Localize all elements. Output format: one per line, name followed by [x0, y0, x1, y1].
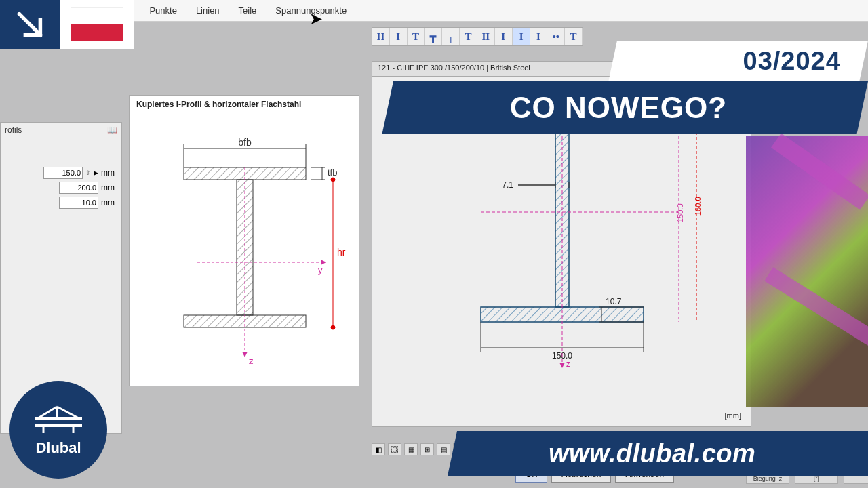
section-drawing-schematic: Kupiertes I-Profil & horizontaler Flachs…	[129, 95, 359, 386]
svg-text:hr: hr	[337, 247, 346, 258]
unit-label: mm	[101, 183, 117, 192]
date-banner: 03/2024	[608, 41, 868, 81]
spinner-icon[interactable]: ⇕	[85, 169, 91, 176]
brand-name: Dlubal	[35, 439, 81, 457]
svg-rect-2	[237, 180, 253, 315]
svg-text:y: y	[318, 265, 323, 275]
toolbar-icon[interactable]: ⊞	[420, 443, 434, 455]
svg-text:7.1: 7.1	[502, 180, 513, 190]
unit-label: mm	[101, 168, 117, 178]
section-tool[interactable]: I	[390, 28, 408, 45]
svg-rect-25	[481, 307, 644, 322]
section-tool[interactable]: ••	[547, 28, 565, 45]
url-text: www.dlubal.com	[549, 439, 755, 468]
section-tool[interactable]: I	[495, 28, 513, 45]
section-tool[interactable]: II	[372, 28, 390, 45]
arrow-icon[interactable]: ▶	[94, 169, 98, 176]
section-tool-selected[interactable]: I	[513, 28, 530, 45]
svg-text:150.0: 150.0	[676, 203, 684, 222]
section-shape-toolbar: II I T ┳ ┬ T II I I I •• T	[372, 27, 583, 46]
section-tool[interactable]: T	[565, 28, 583, 45]
section-tool[interactable]: T	[460, 28, 477, 45]
flag-box	[60, 0, 134, 49]
svg-text:z: z	[249, 356, 254, 366]
svg-marker-17	[321, 260, 326, 265]
headline-banner: CO NOWEGO?	[382, 81, 868, 134]
svg-text:z: z	[566, 359, 570, 369]
menu-item[interactable]: Linien	[196, 5, 220, 16]
section-tool[interactable]: ┳	[425, 28, 442, 45]
section-svg: bfb tfb hr y z	[130, 113, 360, 384]
panel-header: rofils	[5, 125, 22, 135]
svg-text:10.7: 10.7	[606, 297, 622, 306]
drawing-caption: Kupiertes I-Profil & horizontaler Flachs…	[130, 96, 359, 113]
library-icon[interactable]: 📖	[107, 125, 117, 135]
unit-label: mm	[101, 198, 117, 207]
toolbar-icon[interactable]: ▦	[404, 443, 418, 455]
svg-marker-20	[242, 352, 248, 357]
section-tool[interactable]: ┬	[442, 28, 460, 45]
svg-point-13	[331, 178, 335, 182]
svg-line-54	[57, 407, 79, 418]
svg-line-53	[38, 407, 57, 418]
svg-rect-52	[35, 424, 82, 427]
param-input[interactable]	[43, 167, 83, 179]
headline-text: CO NOWEGO?	[509, 91, 726, 125]
url-banner: www.dlubal.com	[448, 431, 868, 476]
toolbar-icon[interactable]: ◧	[372, 443, 385, 455]
arrow-down-right-icon	[15, 9, 45, 39]
brand-badge: Dlubal	[9, 381, 107, 479]
cursor-icon: ➤	[309, 9, 323, 28]
svg-text:160.0: 160.0	[694, 197, 702, 216]
arrow-box	[0, 0, 60, 49]
svg-point-14	[331, 325, 335, 329]
param-input[interactable]	[59, 182, 98, 194]
date-text: 03/2024	[743, 47, 840, 76]
section-tool[interactable]: II	[477, 28, 495, 45]
svg-text:tfb: tfb	[328, 167, 337, 178]
overlay-top-left	[0, 0, 134, 49]
toolbar-icon[interactable]: ⿴	[388, 443, 401, 455]
menu-item[interactable]: Punkte	[149, 5, 176, 16]
param-input[interactable]	[59, 197, 98, 209]
menu-item[interactable]: Teile	[239, 5, 257, 16]
3d-viewport[interactable]	[746, 136, 868, 407]
section-tool[interactable]: I	[530, 28, 548, 45]
poland-flag-icon	[71, 7, 123, 41]
brand-logo-icon	[31, 403, 85, 438]
section-tool[interactable]: T	[408, 28, 425, 45]
toolbar-icon[interactable]: ▤	[437, 443, 450, 455]
unit-label: [mm]	[725, 411, 741, 420]
svg-text:bfb: bfb	[238, 137, 252, 148]
svg-marker-46	[559, 363, 565, 368]
